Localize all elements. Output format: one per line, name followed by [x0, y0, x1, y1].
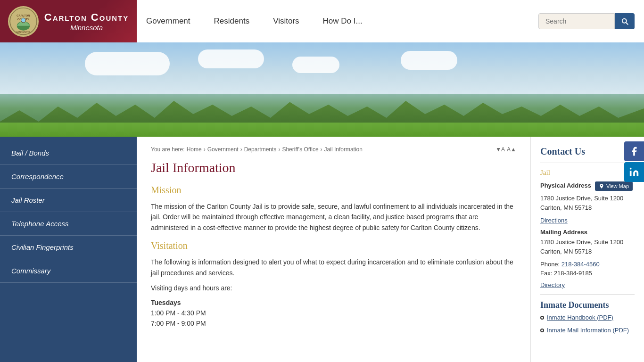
svg-text:MINNESOTA: MINNESOTA [17, 31, 31, 33]
sidebar-item-jail-roster[interactable]: Jail Roster [0, 189, 137, 212]
nav-residents[interactable]: Residents [214, 16, 250, 26]
svg-rect-6 [630, 171, 632, 176]
bullet-1 [540, 316, 544, 320]
breadcrumb: You are here: Home › Government › Depart… [151, 146, 516, 153]
contact-divider-1 [540, 163, 635, 163]
mailing-addr2: Carlton, MN 55718 [540, 248, 592, 255]
hero-clouds [47, 47, 644, 85]
day1-time2: 7:00 PM - 9:00 PM [151, 320, 516, 327]
nav-how-do-i[interactable]: How Do I... [323, 16, 363, 26]
social-icons [624, 141, 644, 182]
fax-info: Fax: 218-384-9185 [540, 270, 635, 277]
physical-addr2: Carlton, MN 55718 [540, 204, 592, 211]
day1-time1: 1:00 PM - 4:30 PM [151, 309, 516, 317]
sidebar-item-bail-bonds[interactable]: Bail / Bonds [0, 141, 137, 165]
main-content: You are here: Home › Government › Depart… [137, 137, 531, 362]
contact-subtitle: Jail [540, 169, 635, 177]
sidebar-item-commissary[interactable]: Commissary [0, 259, 137, 283]
nav-links: Government Residents Visitors How Do I..… [146, 16, 538, 26]
font-decrease-icon[interactable]: ▼A [495, 146, 505, 153]
content-area: You are here: Home › Government › Depart… [137, 137, 644, 362]
phone-number[interactable]: 218-384-4560 [561, 261, 600, 268]
font-size-controls: ▼A A▲ [495, 146, 516, 153]
map-pin-icon [599, 183, 604, 189]
contact-title: Contact Us [540, 146, 635, 157]
breadcrumb-you-are-here: You are here: [151, 146, 185, 153]
phone-label: Phone: [540, 261, 560, 268]
mailing-address: 1780 Justice Drive, Suite 1200 Carlton, … [540, 238, 635, 256]
sidebar-item-telephone-access[interactable]: Telephone Access [0, 212, 137, 236]
bullet-2 [540, 329, 544, 332]
physical-address: 1780 Justice Drive, Suite 1200 Carlton, … [540, 194, 635, 212]
svg-text:CARLTON: CARLTON [17, 14, 30, 17]
header: CARLTON COUNTY MINNESOTA Carlton County … [0, 0, 644, 42]
breadcrumb-departments[interactable]: Departments [244, 146, 277, 153]
logo-circle: CARLTON COUNTY MINNESOTA [8, 6, 39, 37]
facebook-svg [629, 146, 639, 156]
mission-title: Mission [151, 185, 516, 196]
inmate-mail-link[interactable]: Inmate Mail Information (PDF) [547, 327, 629, 334]
breadcrumb-sheriffs-office[interactable]: Sheriff's Office [282, 146, 318, 153]
directory-link[interactable]: Directory [540, 281, 635, 288]
search-icon [620, 17, 629, 25]
view-map-label: View Map [606, 183, 629, 189]
main-container: Bail / Bonds Correspondence Jail Roster … [0, 137, 644, 362]
breadcrumb-home[interactable]: Home [187, 146, 202, 153]
breadcrumb-current: Jail Information [324, 146, 363, 153]
nav-government[interactable]: Government [146, 16, 190, 26]
svg-point-4 [21, 18, 25, 23]
inmate-doc-item-1: Inmate Handbook (PDF) [540, 314, 635, 324]
phone-info: Phone: 218-384-4560 [540, 261, 635, 268]
hero-ground [0, 123, 644, 137]
linkedin-icon[interactable] [624, 162, 644, 182]
hero-image [0, 42, 644, 137]
visitation-title: Visitation [151, 240, 516, 251]
mailing-label: Mailing Address [540, 229, 635, 236]
facebook-icon[interactable] [624, 141, 644, 161]
physical-label: Physical Address [540, 182, 591, 189]
search-area [538, 13, 635, 29]
svg-point-7 [630, 168, 632, 170]
sidebar: Bail / Bonds Correspondence Jail Roster … [0, 137, 137, 362]
visiting-hours-intro: Visiting days and hours are: [151, 283, 516, 293]
mailing-addr1: 1780 Justice Drive, Suite 1200 [540, 239, 623, 246]
physical-address-header: Physical Address View Map [540, 181, 635, 191]
cloud-4 [401, 51, 457, 70]
sidebar-item-correspondence[interactable]: Correspondence [0, 165, 137, 189]
inmate-docs-title: Inmate Documents [540, 300, 635, 310]
search-button[interactable] [615, 13, 635, 29]
search-box [538, 13, 615, 29]
page-title: Jail Information [151, 160, 516, 175]
state-name: Minnesota [44, 24, 129, 32]
breadcrumb-sep-3: › [278, 146, 280, 153]
cloud-2 [198, 49, 264, 68]
font-increase-icon[interactable]: A▲ [507, 146, 516, 153]
view-map-button[interactable]: View Map [595, 181, 633, 191]
logo-area: CARLTON COUNTY MINNESOTA Carlton County … [0, 0, 137, 42]
cloud-1 [85, 52, 170, 75]
breadcrumb-sep-2: › [240, 146, 242, 153]
sidebar-item-civilian-fingerprints[interactable]: Civilian Fingerprints [0, 236, 137, 259]
logo-text: Carlton County Minnesota [44, 11, 129, 32]
directions-link[interactable]: Directions [540, 217, 635, 224]
visitation-intro: The following is information designed to… [151, 257, 516, 278]
cloud-3 [292, 57, 339, 73]
linkedin-svg [629, 167, 639, 177]
contact-divider-2 [540, 294, 635, 295]
breadcrumb-government[interactable]: Government [207, 146, 239, 153]
inmate-doc-item-2: Inmate Mail Information (PDF) [540, 327, 635, 337]
main-nav: Government Residents Visitors How Do I..… [137, 0, 644, 42]
county-name: Carlton County [44, 11, 129, 24]
breadcrumb-sep-4: › [321, 146, 322, 153]
breadcrumb-sep-1: › [204, 146, 206, 153]
search-input[interactable] [539, 14, 614, 29]
physical-addr1: 1780 Justice Drive, Suite 1200 [540, 195, 623, 202]
inmate-handbook-link[interactable]: Inmate Handbook (PDF) [547, 314, 613, 321]
nav-visitors[interactable]: Visitors [273, 16, 299, 26]
day1-label: Tuesdays [151, 299, 516, 306]
mission-text: The mission of the Carlton County Jail i… [151, 201, 516, 233]
